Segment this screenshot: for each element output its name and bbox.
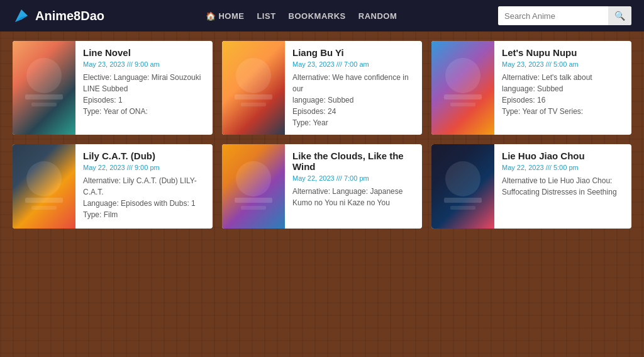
logo-icon [13, 7, 30, 25]
card-title-lets-nupu-nupu: Let's Nupu Nupu [502, 47, 624, 58]
card-body-line-novel: Line NovelMay 23, 2023 /// 9:00 amElecti… [75, 41, 213, 135]
card-date-lily-cat-dub: May 22, 2023 /// 9:00 pm [83, 164, 205, 171]
anime-card-lily-cat-dub[interactable]: Lily C.A.T. (Dub)May 22, 2023 /// 9:00 p… [13, 144, 213, 229]
card-title-like-clouds-like-wind: Like the Clouds, Like the Wind [292, 150, 414, 172]
svg-rect-21 [241, 206, 266, 210]
svg-rect-9 [241, 103, 266, 106]
card-title-lily-cat-dub: Lily C.A.T. (Dub) [83, 150, 205, 161]
card-thumbnail-liang-bu-yi [222, 41, 285, 135]
card-info-like-clouds-like-wind: Alternative: Language: Japanese Kumo no … [292, 186, 414, 208]
svg-rect-20 [235, 198, 272, 203]
svg-rect-8 [235, 94, 272, 99]
svg-rect-25 [450, 206, 475, 210]
card-body-liang-bu-yi: Liang Bu YiMay 23, 2023 /// 7:00 amAlter… [285, 41, 422, 135]
card-thumbnail-lie-huo-jiao-chou [431, 144, 494, 229]
card-thumbnail-line-novel [13, 41, 75, 135]
logo-text: Anime8Dao [35, 9, 104, 23]
card-title-line-novel: Line Novel [83, 47, 205, 58]
search-input[interactable] [498, 6, 608, 25]
search-box: 🔍 [498, 6, 631, 25]
nav-bookmarks[interactable]: BOOKMARKS [289, 11, 346, 21]
svg-point-11 [445, 58, 480, 93]
search-button[interactable]: 🔍 [608, 6, 631, 25]
svg-marker-0 [15, 9, 28, 22]
card-thumbnail-lets-nupu-nupu [431, 41, 494, 135]
anime-card-like-clouds-like-wind[interactable]: Like the Clouds, Like the WindMay 22, 20… [222, 144, 422, 229]
nav: 🏠 HOME LIST BOOKMARKS RANDOM [123, 11, 479, 21]
thumb-art [13, 144, 75, 226]
card-body-lily-cat-dub: Lily C.A.T. (Dub)May 22, 2023 /// 9:00 p… [75, 144, 213, 229]
nav-home[interactable]: 🏠 HOME [206, 11, 245, 21]
anime-card-line-novel[interactable]: Line NovelMay 23, 2023 /// 9:00 amElecti… [13, 41, 213, 135]
card-date-line-novel: May 23, 2023 /// 9:00 am [83, 60, 205, 68]
card-thumbnail-lily-cat-dub [13, 144, 75, 229]
svg-rect-5 [31, 103, 57, 106]
svg-rect-13 [450, 103, 475, 106]
main-content: Line NovelMay 23, 2023 /// 9:00 amElecti… [0, 31, 644, 238]
card-info-line-novel: Elective: Language: Mirai Souzouki LINE … [83, 72, 205, 117]
card-title-liang-bu-yi: Liang Bu Yi [292, 47, 414, 58]
card-body-lets-nupu-nupu: Let's Nupu NupuMay 23, 2023 /// 5:00 amA… [494, 41, 631, 135]
anime-card-lie-huo-jiao-chou[interactable]: Lie Huo Jiao ChouMay 22, 2023 /// 5:00 p… [431, 144, 631, 229]
card-date-lets-nupu-nupu: May 23, 2023 /// 5:00 am [502, 60, 624, 68]
nav-random[interactable]: RANDOM [358, 11, 397, 21]
card-body-like-clouds-like-wind: Like the Clouds, Like the WindMay 22, 20… [285, 144, 422, 229]
svg-point-3 [26, 58, 62, 93]
nav-list[interactable]: LIST [257, 11, 275, 21]
card-info-lie-huo-jiao-chou: Alternative to Lie Huo Jiao Chou: Suffoc… [502, 175, 624, 198]
card-info-liang-bu-yi: Alternative: We have confidence in our l… [292, 72, 414, 128]
search-icon: 🔍 [614, 11, 625, 21]
svg-point-19 [236, 161, 271, 196]
header: Anime8Dao 🏠 HOME LIST BOOKMARKS RANDOM 🔍 [0, 0, 644, 31]
card-body-lie-huo-jiao-chou: Lie Huo Jiao ChouMay 22, 2023 /// 5:00 p… [494, 144, 631, 229]
svg-rect-12 [444, 94, 482, 99]
thumb-art [13, 41, 75, 123]
card-thumbnail-like-clouds-like-wind [222, 144, 285, 229]
card-date-lie-huo-jiao-chou: May 22, 2023 /// 5:00 pm [502, 164, 624, 171]
logo[interactable]: Anime8Dao [13, 7, 104, 25]
card-title-lie-huo-jiao-chou: Lie Huo Jiao Chou [502, 150, 624, 161]
svg-rect-24 [444, 198, 482, 203]
anime-card-liang-bu-yi[interactable]: Liang Bu YiMay 23, 2023 /// 7:00 amAlter… [222, 41, 422, 135]
svg-rect-4 [25, 94, 63, 99]
card-date-liang-bu-yi: May 23, 2023 /// 7:00 am [292, 60, 414, 68]
svg-point-15 [26, 161, 62, 196]
anime-card-lets-nupu-nupu[interactable]: Let's Nupu NupuMay 23, 2023 /// 5:00 amA… [431, 41, 631, 135]
thumb-art [431, 41, 494, 123]
svg-point-23 [445, 161, 480, 196]
svg-point-7 [236, 58, 271, 93]
svg-rect-17 [31, 206, 57, 210]
thumb-art [222, 41, 285, 123]
card-info-lily-cat-dub: Alternative: Lily C.A.T. (Dub) LILY-C.A.… [83, 175, 205, 220]
card-info-lets-nupu-nupu: Alternative: Let's talk about language: … [502, 72, 624, 117]
anime-grid: Line NovelMay 23, 2023 /// 9:00 amElecti… [13, 41, 631, 229]
svg-rect-16 [25, 198, 63, 203]
card-date-like-clouds-like-wind: May 22, 2023 /// 7:00 pm [292, 174, 414, 182]
thumb-art [222, 144, 285, 226]
thumb-art [431, 144, 494, 226]
